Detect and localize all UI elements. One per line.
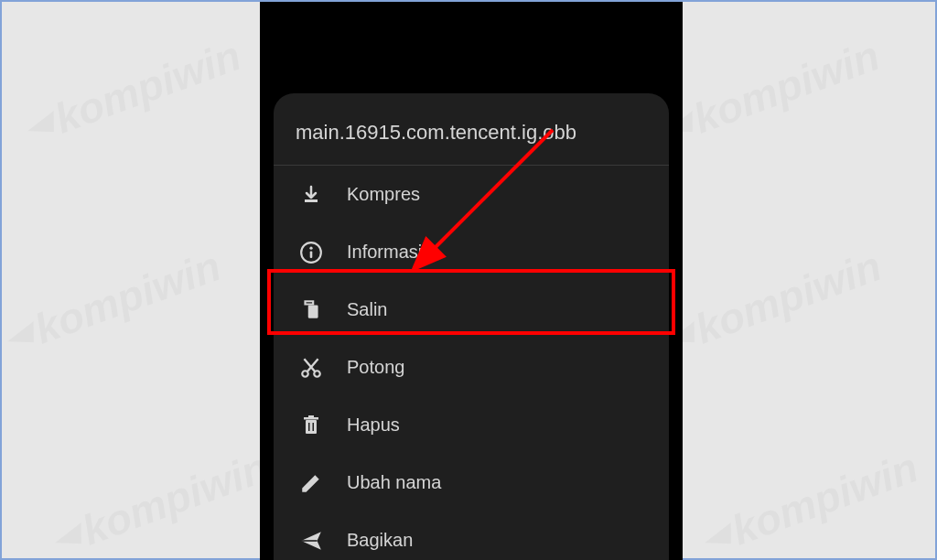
menu-label: Informasi	[347, 242, 422, 263]
menu-compress[interactable]: Kompres	[274, 166, 669, 223]
dialog-file-name: main.16915.com.tencent.ig.obb	[274, 113, 669, 166]
svg-rect-0	[305, 199, 318, 202]
watermark: ▸kompiwin	[55, 442, 275, 560]
svg-point-2	[309, 246, 312, 249]
watermark: ▸kompiwin	[705, 442, 924, 560]
svg-rect-3	[310, 251, 313, 258]
watermark: ▸kompiwin	[27, 30, 247, 151]
svg-rect-10	[308, 423, 310, 431]
cut-icon	[296, 352, 327, 383]
delete-icon	[296, 410, 327, 441]
rename-icon	[296, 468, 327, 499]
menu-label: Salin	[347, 299, 387, 320]
share-icon	[296, 525, 327, 556]
svg-rect-9	[308, 415, 314, 417]
context-dialog: main.16915.com.tencent.ig.obb Kompres	[274, 93, 669, 560]
phone-screen: main.16915.com.tencent.ig.obb Kompres	[260, 2, 683, 560]
menu-rename[interactable]: Ubah nama	[274, 454, 669, 512]
menu-info[interactable]: Informasi	[274, 223, 669, 281]
watermark: ▸kompiwin	[668, 241, 888, 361]
menu-label: Ubah nama	[347, 472, 441, 493]
menu-label: Potong	[347, 357, 404, 378]
menu-copy[interactable]: Salin	[274, 281, 669, 339]
outer-container: ▸kompiwin ▸kompiwin ▸kompiwin ▸kompiwin …	[0, 0, 937, 560]
svg-rect-4	[308, 305, 318, 318]
watermark: ▸kompiwin	[666, 30, 886, 151]
info-icon	[296, 237, 327, 268]
compress-icon	[296, 179, 327, 210]
menu-label: Hapus	[347, 415, 400, 436]
watermark: ▸kompiwin	[7, 241, 227, 361]
svg-rect-11	[313, 423, 315, 431]
menu-cut[interactable]: Potong	[274, 339, 669, 396]
svg-rect-7	[306, 420, 317, 434]
svg-rect-8	[304, 417, 318, 420]
menu-label: Bagikan	[347, 530, 413, 551]
copy-icon	[296, 295, 327, 326]
menu-label: Kompres	[347, 184, 420, 205]
menu-share[interactable]: Bagikan	[274, 512, 669, 560]
menu-delete[interactable]: Hapus	[274, 396, 669, 454]
